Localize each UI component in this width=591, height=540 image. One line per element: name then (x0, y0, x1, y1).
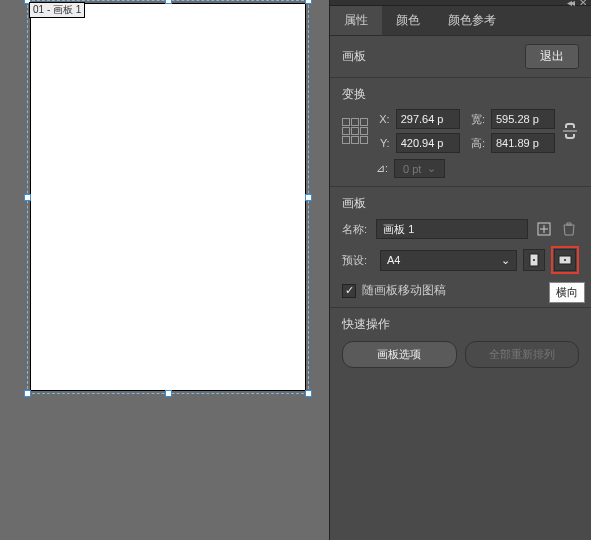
move-artwork-label: 随画板移动图稿 (362, 282, 446, 299)
resize-handle-bl[interactable] (24, 390, 31, 397)
canvas-area[interactable]: 01 - 画板 1 (0, 0, 325, 540)
resize-handle-l[interactable] (24, 194, 31, 201)
tab-color-reference[interactable]: 颜色参考 (434, 6, 510, 35)
height-label: 高: (466, 136, 485, 151)
quick-actions-section: 快速操作 画板选项 全部重新排列 (330, 308, 591, 376)
tab-properties[interactable]: 属性 (330, 6, 382, 35)
transform-section: 变换 X: 宽: Y: 高: ⊿: 0 pt⌄ (330, 78, 591, 187)
svg-point-7 (564, 259, 566, 261)
svg-point-5 (533, 259, 535, 261)
transform-title: 变换 (342, 86, 579, 103)
object-header-section: 画板 退出 (330, 36, 591, 78)
artboard-options-button[interactable]: 画板选项 (342, 341, 457, 368)
angle-input[interactable]: 0 pt⌄ (394, 159, 445, 178)
y-input[interactable] (396, 133, 460, 153)
quick-actions-title: 快速操作 (342, 316, 579, 333)
x-input[interactable] (396, 109, 460, 129)
constrain-proportions-icon[interactable] (561, 122, 579, 140)
artboard-tag[interactable]: 01 - 画板 1 (29, 2, 85, 18)
chevron-down-icon: ⌄ (427, 162, 436, 175)
artboard-name-input[interactable] (376, 219, 528, 239)
properties-panel: ◂◂ ✕ 属性 颜色 颜色参考 画板 退出 变换 X: 宽: Y: 高: (329, 0, 591, 540)
move-artwork-checkbox[interactable]: ✓ (342, 284, 356, 298)
orientation-landscape-button[interactable] (554, 249, 576, 271)
artboard-selection[interactable]: 01 - 画板 1 (30, 3, 306, 391)
rearrange-all-button: 全部重新排列 (465, 341, 580, 368)
resize-handle-t[interactable] (165, 0, 172, 4)
resize-handle-br[interactable] (305, 390, 312, 397)
width-label: 宽: (466, 112, 485, 127)
tab-color[interactable]: 颜色 (382, 6, 434, 35)
new-artboard-icon[interactable] (534, 218, 553, 240)
height-input[interactable] (491, 133, 555, 153)
resize-handle-r[interactable] (305, 194, 312, 201)
tooltip: 横向 (549, 282, 585, 303)
resize-handle-tr[interactable] (305, 0, 312, 4)
name-label: 名称: (342, 222, 370, 237)
preset-dropdown[interactable]: A4 ⌄ (380, 250, 517, 271)
orientation-portrait-button[interactable] (523, 249, 545, 271)
move-artwork-checkbox-row[interactable]: ✓ 随画板移动图稿 (342, 282, 579, 299)
resize-handle-b[interactable] (165, 390, 172, 397)
artboard-section-title: 画板 (342, 195, 579, 212)
exit-button[interactable]: 退出 (525, 44, 579, 69)
angle-label: ⊿: (376, 162, 388, 175)
width-input[interactable] (491, 109, 555, 129)
preset-label: 预设: (342, 253, 374, 268)
y-label: Y: (374, 137, 390, 149)
object-type-title: 画板 (342, 48, 366, 65)
x-label: X: (374, 113, 390, 125)
delete-artboard-icon[interactable] (560, 218, 579, 240)
panel-tabs: 属性 颜色 颜色参考 (330, 6, 591, 36)
reference-point-locator[interactable] (342, 118, 368, 144)
artboard[interactable] (30, 3, 306, 391)
chevron-down-icon: ⌄ (501, 254, 510, 267)
